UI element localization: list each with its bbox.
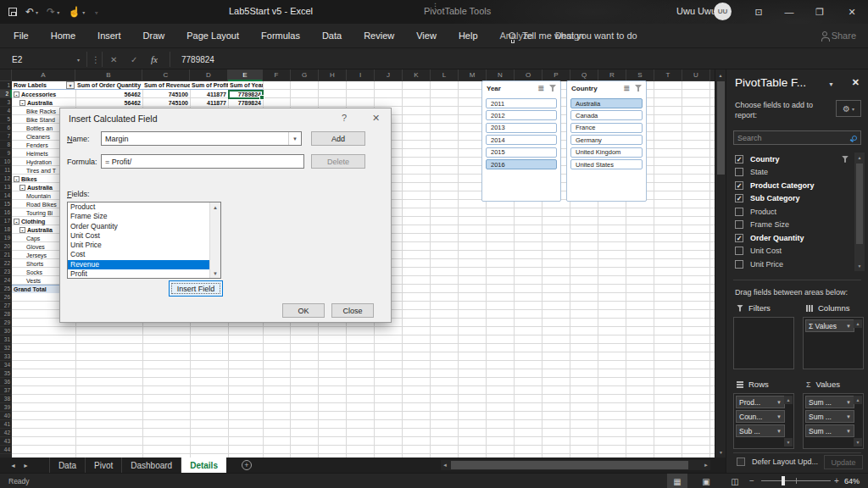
- column-header-s[interactable]: S: [626, 69, 654, 81]
- tools-button[interactable]: ⚙▾: [836, 100, 861, 117]
- undo-button[interactable]: ↶▾: [25, 6, 38, 18]
- dialog-close-button[interactable]: ✕: [372, 113, 380, 124]
- scroll-up-icon[interactable]: ▲: [854, 319, 862, 328]
- collapse-icon[interactable]: -: [19, 100, 25, 106]
- column-header-i[interactable]: I: [347, 69, 375, 81]
- row-number-39[interactable]: 39: [0, 403, 12, 412]
- field-item-unit-cost[interactable]: Unit Cost: [726, 245, 868, 258]
- checkbox-icon[interactable]: [735, 208, 743, 216]
- dialog-field-unit-price[interactable]: Unit Price: [68, 241, 220, 250]
- sheet-tab-dashboard[interactable]: Dashboard: [122, 458, 181, 473]
- pill-prod[interactable]: Prod...▼: [736, 396, 785, 408]
- pivot-header-sum-of-revenue[interactable]: Sum of Revenue: [142, 81, 190, 90]
- close-button[interactable]: Close: [331, 303, 374, 318]
- slicer-item-2011[interactable]: 2011: [486, 98, 557, 108]
- formula-input[interactable]: 7789824: [181, 48, 214, 70]
- column-header-a[interactable]: A: [12, 69, 75, 81]
- scrollbar-thumb[interactable]: [451, 461, 688, 469]
- save-button[interactable]: [8, 8, 17, 16]
- column-header-l[interactable]: L: [431, 69, 459, 81]
- row-labels-filter-icon[interactable]: ▼: [66, 81, 75, 89]
- slicer-item-canada[interactable]: Canada: [570, 110, 643, 120]
- values-area[interactable]: Sum ...▼Sum ...▼Sum ...▼▲▼: [803, 393, 864, 449]
- column-header-e[interactable]: E: [228, 69, 263, 81]
- sheet-tab-data[interactable]: Data: [49, 458, 86, 473]
- add-button[interactable]: Add: [311, 131, 365, 146]
- next-sheet-button[interactable]: ►: [23, 463, 29, 469]
- touch-mode-button[interactable]: ☝▾: [68, 6, 85, 18]
- insert-field-button[interactable]: Insert Field: [169, 280, 223, 297]
- row-number-18[interactable]: 18: [0, 225, 12, 234]
- row-number-8[interactable]: 8: [0, 141, 12, 149]
- column-header-f[interactable]: F: [263, 69, 291, 81]
- column-header-j[interactable]: J: [375, 69, 403, 81]
- row-number-32[interactable]: 32: [0, 344, 12, 352]
- pill-sum[interactable]: Sum ...▼: [805, 410, 854, 423]
- add-sheet-button[interactable]: +: [242, 460, 252, 470]
- update-button[interactable]: Update: [824, 455, 863, 469]
- pivot-header-sum-of-year[interactable]: Sum of Year: [228, 81, 263, 90]
- pivot-row-label-australia[interactable]: -Australia: [12, 98, 75, 107]
- columns-area[interactable]: Σ Values▼▲: [803, 317, 864, 369]
- pill-sum[interactable]: Sum ...▼: [805, 424, 854, 437]
- scroll-up-icon[interactable]: ▲: [210, 202, 220, 212]
- zoom-in-button[interactable]: +: [834, 476, 839, 485]
- slicer-year[interactable]: Year≣✕201120122013201420152016: [481, 80, 561, 202]
- row-number-9[interactable]: 9: [0, 149, 12, 158]
- ok-button[interactable]: OK: [282, 303, 325, 318]
- column-header-p[interactable]: P: [542, 69, 570, 81]
- dialog-field-frame-size[interactable]: Frame Size: [68, 212, 220, 221]
- field-list-scrollbar[interactable]: ▲ ▼: [854, 152, 865, 271]
- page-break-view-button[interactable]: ◫: [725, 474, 745, 488]
- field-item-country[interactable]: ✓Country: [726, 152, 868, 166]
- multi-select-icon[interactable]: ≣: [623, 84, 630, 92]
- chevron-down-icon[interactable]: ▼: [846, 429, 851, 434]
- ribbon-display-options-button[interactable]: ⊡: [746, 0, 771, 24]
- prev-sheet-button[interactable]: ◄: [10, 463, 16, 469]
- row-number-13[interactable]: 13: [0, 183, 12, 191]
- scroll-up-icon[interactable]: ▲: [854, 396, 862, 404]
- checkbox-icon[interactable]: [735, 220, 743, 229]
- column-header-m[interactable]: M: [459, 69, 487, 81]
- chevron-down-icon[interactable]: ▼: [846, 414, 851, 419]
- checkbox-icon[interactable]: ✓: [735, 194, 743, 202]
- dialog-field-cost[interactable]: Cost: [68, 250, 220, 259]
- chevron-down-icon[interactable]: ▼: [846, 400, 851, 405]
- tab-draw[interactable]: Draw: [143, 30, 165, 41]
- row-number-34[interactable]: 34: [0, 361, 12, 369]
- slicer-item-france[interactable]: France: [570, 123, 643, 133]
- pill-sum[interactable]: Sum ...▼: [805, 396, 854, 408]
- chevron-down-icon[interactable]: ▼: [776, 400, 782, 405]
- area-scrollbar[interactable]: ▲▼: [854, 396, 862, 446]
- dialog-field-product[interactable]: Product: [68, 202, 220, 212]
- checkbox-icon[interactable]: [735, 247, 743, 255]
- row-number-15[interactable]: 15: [0, 200, 12, 208]
- chevron-down-icon[interactable]: ▼: [846, 324, 851, 329]
- tab-page-layout[interactable]: Page Layout: [186, 30, 239, 41]
- restore-button[interactable]: ❐: [807, 0, 832, 24]
- row-number-30[interactable]: 30: [0, 327, 12, 336]
- chevron-down-icon[interactable]: ▼: [828, 81, 834, 87]
- row-number-23[interactable]: 23: [0, 268, 12, 276]
- row-number-42[interactable]: 42: [0, 429, 12, 437]
- row-number-3[interactable]: 3: [0, 98, 12, 107]
- slicer-item-2012[interactable]: 2012: [486, 110, 557, 120]
- delete-button[interactable]: Delete: [311, 154, 365, 169]
- select-all-corner[interactable]: [0, 69, 12, 81]
- pivot-header-row-labels[interactable]: Row Labels▼: [12, 81, 75, 90]
- pivot-cell[interactable]: 56462: [75, 90, 142, 98]
- row-number-16[interactable]: 16: [0, 208, 12, 217]
- zoom-percentage[interactable]: 64%: [844, 477, 860, 485]
- row-number-41[interactable]: 41: [0, 420, 12, 429]
- tab-home[interactable]: Home: [51, 30, 75, 41]
- tab-review[interactable]: Review: [364, 30, 394, 41]
- defer-layout-checkbox[interactable]: Defer Layout Upd...: [737, 458, 818, 466]
- chevron-down-icon[interactable]: ▼: [776, 414, 782, 419]
- rows-area[interactable]: Prod...▼Coun...▼Sub ...▼▲▼: [733, 393, 794, 449]
- row-number-20[interactable]: 20: [0, 242, 12, 251]
- field-item-unit-price[interactable]: Unit Price: [726, 258, 868, 271]
- row-number-36[interactable]: 36: [0, 378, 12, 386]
- row-number-35[interactable]: 35: [0, 369, 12, 378]
- zoom-slider-thumb[interactable]: [782, 476, 785, 485]
- tell-me-box[interactable]: Tell me what you want to do: [509, 24, 637, 47]
